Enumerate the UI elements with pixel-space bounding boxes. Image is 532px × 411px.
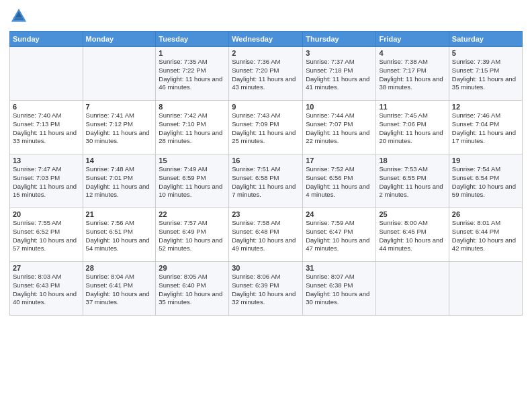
calendar-cell: 12Sunrise: 7:46 AMSunset: 7:04 PMDayligh…	[449, 101, 522, 154]
day-info: Sunrise: 8:04 AMSunset: 6:41 PMDaylight:…	[86, 273, 153, 307]
day-info: Sunrise: 7:38 AMSunset: 7:17 PMDaylight:…	[379, 58, 445, 92]
day-number: 24	[306, 210, 373, 218]
calendar-cell	[376, 262, 449, 316]
day-number: 31	[306, 264, 373, 272]
day-number: 21	[86, 210, 153, 218]
calendar-cell: 19Sunrise: 7:54 AMSunset: 6:54 PMDayligh…	[449, 154, 522, 208]
day-number: 2	[232, 49, 300, 57]
calendar-cell: 10Sunrise: 7:44 AMSunset: 7:07 PMDayligh…	[303, 101, 376, 154]
day-number: 29	[159, 264, 226, 272]
day-info: Sunrise: 7:43 AMSunset: 7:09 PMDaylight:…	[232, 111, 300, 146]
day-number: 1	[159, 49, 226, 57]
calendar-cell: 18Sunrise: 7:53 AMSunset: 6:55 PMDayligh…	[376, 154, 449, 208]
day-number: 19	[452, 156, 519, 165]
day-number: 15	[159, 156, 226, 165]
day-info: Sunrise: 7:51 AMSunset: 6:58 PMDaylight:…	[232, 165, 300, 199]
calendar-cell: 27Sunrise: 8:03 AMSunset: 6:43 PMDayligh…	[10, 262, 83, 316]
calendar-week-4: 20Sunrise: 7:55 AMSunset: 6:52 PMDayligh…	[10, 208, 523, 262]
logo-icon	[9, 7, 28, 26]
calendar-header: SundayMondayTuesdayWednesdayThursdayFrid…	[10, 32, 523, 47]
calendar-cell: 17Sunrise: 7:52 AMSunset: 6:56 PMDayligh…	[303, 154, 376, 208]
calendar-cell: 7Sunrise: 7:41 AMSunset: 7:12 PMDaylight…	[83, 101, 156, 154]
day-info: Sunrise: 7:44 AMSunset: 7:07 PMDaylight:…	[306, 111, 373, 146]
day-number: 16	[232, 156, 300, 165]
weekday-header-friday: Friday	[376, 32, 449, 47]
calendar-week-1: 1Sunrise: 7:35 AMSunset: 7:22 PMDaylight…	[10, 47, 523, 101]
day-number: 6	[13, 103, 80, 111]
weekday-header-wednesday: Wednesday	[229, 32, 303, 47]
day-number: 27	[13, 264, 80, 272]
day-number: 8	[159, 103, 226, 111]
day-info: Sunrise: 7:58 AMSunset: 6:48 PMDaylight:…	[232, 219, 300, 253]
calendar-cell: 22Sunrise: 7:57 AMSunset: 6:49 PMDayligh…	[156, 208, 229, 262]
calendar-cell	[83, 47, 156, 101]
day-number: 9	[232, 103, 300, 111]
calendar-body: 1Sunrise: 7:35 AMSunset: 7:22 PMDaylight…	[10, 47, 523, 316]
calendar-cell: 1Sunrise: 7:35 AMSunset: 7:22 PMDaylight…	[156, 47, 229, 101]
weekday-row: SundayMondayTuesdayWednesdayThursdayFrid…	[10, 32, 523, 47]
calendar-cell: 15Sunrise: 7:49 AMSunset: 6:59 PMDayligh…	[156, 154, 229, 208]
calendar-week-3: 13Sunrise: 7:47 AMSunset: 7:03 PMDayligh…	[10, 154, 523, 208]
calendar-cell: 4Sunrise: 7:38 AMSunset: 7:17 PMDaylight…	[376, 47, 449, 101]
day-number: 14	[86, 156, 153, 165]
day-number: 22	[159, 210, 226, 218]
day-number: 25	[379, 210, 445, 218]
day-number: 10	[306, 103, 373, 111]
calendar-cell: 11Sunrise: 7:45 AMSunset: 7:06 PMDayligh…	[376, 101, 449, 154]
day-info: Sunrise: 8:00 AMSunset: 6:45 PMDaylight:…	[379, 219, 445, 253]
day-number: 30	[232, 264, 300, 272]
calendar-week-5: 27Sunrise: 8:03 AMSunset: 6:43 PMDayligh…	[10, 262, 523, 316]
day-info: Sunrise: 7:37 AMSunset: 7:18 PMDaylight:…	[306, 58, 373, 92]
day-info: Sunrise: 8:03 AMSunset: 6:43 PMDaylight:…	[13, 273, 80, 307]
day-info: Sunrise: 8:06 AMSunset: 6:39 PMDaylight:…	[232, 273, 300, 307]
day-info: Sunrise: 8:07 AMSunset: 6:38 PMDaylight:…	[306, 273, 373, 307]
day-info: Sunrise: 7:54 AMSunset: 6:54 PMDaylight:…	[452, 165, 519, 199]
calendar-cell: 9Sunrise: 7:43 AMSunset: 7:09 PMDaylight…	[229, 101, 303, 154]
calendar-cell: 14Sunrise: 7:48 AMSunset: 7:01 PMDayligh…	[83, 154, 156, 208]
calendar-cell: 16Sunrise: 7:51 AMSunset: 6:58 PMDayligh…	[229, 154, 303, 208]
day-number: 4	[379, 49, 445, 57]
page: SundayMondayTuesdayWednesdayThursdayFrid…	[0, 0, 532, 411]
day-info: Sunrise: 7:52 AMSunset: 6:56 PMDaylight:…	[306, 165, 373, 199]
calendar-cell	[449, 262, 522, 316]
day-number: 12	[452, 103, 519, 111]
day-info: Sunrise: 7:48 AMSunset: 7:01 PMDaylight:…	[86, 165, 153, 199]
day-number: 28	[86, 264, 153, 272]
calendar-cell: 8Sunrise: 7:42 AMSunset: 7:10 PMDaylight…	[156, 101, 229, 154]
weekday-header-monday: Monday	[83, 32, 156, 47]
calendar-cell: 23Sunrise: 7:58 AMSunset: 6:48 PMDayligh…	[229, 208, 303, 262]
day-info: Sunrise: 7:47 AMSunset: 7:03 PMDaylight:…	[13, 165, 80, 199]
day-info: Sunrise: 7:55 AMSunset: 6:52 PMDaylight:…	[13, 219, 80, 253]
calendar-cell: 6Sunrise: 7:40 AMSunset: 7:13 PMDaylight…	[10, 101, 83, 154]
day-info: Sunrise: 7:56 AMSunset: 6:51 PMDaylight:…	[86, 219, 153, 253]
day-info: Sunrise: 7:35 AMSunset: 7:22 PMDaylight:…	[159, 58, 226, 92]
calendar-cell: 3Sunrise: 7:37 AMSunset: 7:18 PMDaylight…	[303, 47, 376, 101]
calendar-cell: 20Sunrise: 7:55 AMSunset: 6:52 PMDayligh…	[10, 208, 83, 262]
calendar-cell: 13Sunrise: 7:47 AMSunset: 7:03 PMDayligh…	[10, 154, 83, 208]
weekday-header-saturday: Saturday	[449, 32, 522, 47]
day-info: Sunrise: 7:36 AMSunset: 7:20 PMDaylight:…	[232, 58, 300, 92]
weekday-header-tuesday: Tuesday	[156, 32, 229, 47]
calendar-cell: 28Sunrise: 8:04 AMSunset: 6:41 PMDayligh…	[83, 262, 156, 316]
weekday-header-thursday: Thursday	[303, 32, 376, 47]
day-info: Sunrise: 7:53 AMSunset: 6:55 PMDaylight:…	[379, 165, 445, 199]
calendar-cell	[10, 47, 83, 101]
day-info: Sunrise: 7:39 AMSunset: 7:15 PMDaylight:…	[452, 58, 519, 92]
calendar-table: SundayMondayTuesdayWednesdayThursdayFrid…	[9, 31, 523, 316]
day-number: 11	[379, 103, 445, 111]
day-number: 3	[306, 49, 373, 57]
calendar-week-2: 6Sunrise: 7:40 AMSunset: 7:13 PMDaylight…	[10, 101, 523, 154]
day-number: 13	[13, 156, 80, 165]
calendar-cell: 30Sunrise: 8:06 AMSunset: 6:39 PMDayligh…	[229, 262, 303, 316]
day-info: Sunrise: 8:01 AMSunset: 6:44 PMDaylight:…	[452, 219, 519, 253]
calendar-cell: 2Sunrise: 7:36 AMSunset: 7:20 PMDaylight…	[229, 47, 303, 101]
day-number: 20	[13, 210, 80, 218]
calendar-cell: 31Sunrise: 8:07 AMSunset: 6:38 PMDayligh…	[303, 262, 376, 316]
calendar-cell: 26Sunrise: 8:01 AMSunset: 6:44 PMDayligh…	[449, 208, 522, 262]
day-info: Sunrise: 7:46 AMSunset: 7:04 PMDaylight:…	[452, 111, 519, 146]
day-info: Sunrise: 7:49 AMSunset: 6:59 PMDaylight:…	[159, 165, 226, 199]
day-number: 18	[379, 156, 445, 165]
day-number: 26	[452, 210, 519, 218]
day-info: Sunrise: 7:59 AMSunset: 6:47 PMDaylight:…	[306, 219, 373, 253]
svg-rect-2	[13, 17, 25, 19]
